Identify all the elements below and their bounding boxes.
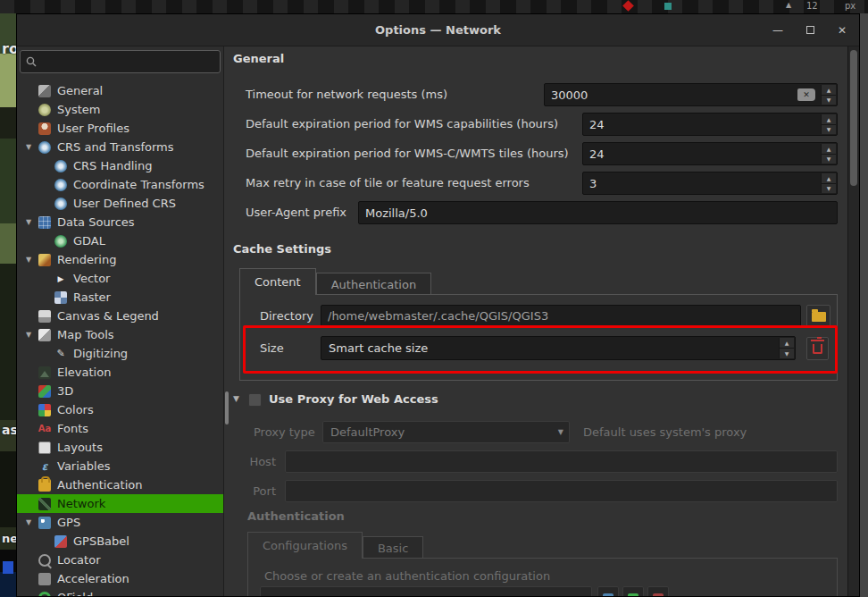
sidebar-item-raster[interactable]: Raster bbox=[17, 288, 223, 307]
sidebar-item-label: Data Sources bbox=[57, 215, 135, 229]
spinner-buttons[interactable] bbox=[821, 173, 836, 193]
sidebar-item-label: Variables bbox=[57, 459, 110, 473]
chevron-down-icon[interactable] bbox=[23, 513, 34, 532]
sidebar-item-digitizing[interactable]: ✎Digitizing bbox=[17, 344, 223, 363]
search-box[interactable] bbox=[20, 50, 221, 73]
spinner-buttons[interactable] bbox=[821, 144, 836, 164]
sidebar-item-label: GPSBabel bbox=[73, 534, 129, 548]
sidebar-item-qfield[interactable]: QField bbox=[17, 588, 223, 596]
user-agent-input[interactable] bbox=[359, 202, 837, 223]
sidebar-item-label: Locator bbox=[57, 553, 100, 567]
sidebar-item-label: CRS and Transforms bbox=[57, 140, 174, 154]
sidebar-item-3d[interactable]: 3D bbox=[17, 382, 223, 400]
wmts-expiry-field bbox=[582, 142, 838, 165]
chevron-down-icon[interactable] bbox=[23, 213, 34, 231]
spinner-buttons[interactable] bbox=[779, 338, 794, 358]
minimize-button[interactable]: — bbox=[772, 24, 784, 37]
clear-field-icon[interactable]: ✕ bbox=[797, 88, 815, 101]
sidebar-item-label: User Profiles bbox=[57, 122, 129, 135]
max-retry-input[interactable] bbox=[583, 172, 837, 194]
use-proxy-label[interactable]: Use Proxy for Web Access bbox=[269, 392, 438, 406]
cache-directory-input[interactable] bbox=[321, 306, 800, 326]
logo-fragment-icon bbox=[622, 0, 634, 12]
tab-content[interactable]: Content bbox=[239, 268, 316, 295]
sidebar-item-locator[interactable]: Locator bbox=[17, 551, 223, 569]
sidebar-item-label: CRS Handling bbox=[73, 159, 152, 172]
sidebar-item-gpsbabel[interactable]: GPSBabel bbox=[17, 532, 223, 551]
wms-expiry-field bbox=[582, 113, 838, 136]
wrench-icon bbox=[38, 85, 51, 97]
close-button[interactable]: ✕ bbox=[836, 24, 848, 37]
sidebar-item-general[interactable]: General bbox=[17, 81, 223, 100]
folder-icon bbox=[812, 312, 826, 322]
sidebar-item-label: Map Tools bbox=[57, 328, 114, 341]
sidebar-item-crs-handling[interactable]: CRS Handling bbox=[17, 156, 223, 175]
network-plug-icon bbox=[38, 498, 51, 510]
wms-expiry-input[interactable] bbox=[583, 114, 837, 135]
sidebar-item-data-sources[interactable]: Data Sources bbox=[17, 213, 223, 231]
auth-config-combo bbox=[260, 586, 592, 596]
edit-config-icon bbox=[628, 593, 638, 596]
sidebar-item-label: Coordinate Transforms bbox=[73, 178, 204, 191]
sidebar-item-vector[interactable]: ▶Vector bbox=[17, 269, 223, 288]
sidebar-item-colors[interactable]: Colors bbox=[17, 400, 223, 419]
section-header-general: General bbox=[233, 52, 284, 65]
satellite-icon bbox=[38, 517, 51, 529]
spinner-buttons[interactable] bbox=[821, 85, 836, 105]
sidebar-item-label: General bbox=[57, 84, 103, 97]
cache-size-value: Smart cache size bbox=[329, 337, 428, 359]
sidebar-item-user-defined-crs[interactable]: User Defined CRS bbox=[17, 194, 223, 213]
settings-content: General Timeout for network requests (ms… bbox=[224, 46, 847, 596]
sidebar-item-gps[interactable]: GPS bbox=[17, 513, 223, 532]
window-edge bbox=[860, 13, 868, 597]
auth-config-hint: Choose or create an authentication confi… bbox=[264, 565, 550, 587]
chevron-down-icon[interactable] bbox=[23, 325, 34, 344]
tab-authentication[interactable]: Authentication bbox=[316, 273, 431, 295]
cube-icon bbox=[38, 385, 51, 398]
table-icon bbox=[38, 216, 51, 229]
sidebar-item-network[interactable]: Network bbox=[17, 494, 223, 513]
sidebar-item-gdal[interactable]: GDAL bbox=[17, 231, 223, 250]
dialog-titlebar[interactable]: Options — Network — ✕ bbox=[17, 14, 859, 46]
sidebar-item-elevation[interactable]: Elevation bbox=[17, 363, 223, 382]
sidebar-item-coordinate-transforms[interactable]: Coordinate Transforms bbox=[17, 175, 223, 194]
sidebar-item-label: User Defined CRS bbox=[73, 197, 176, 210]
sidebar-item-label: GPS bbox=[57, 516, 80, 529]
scroll-indicator bbox=[225, 391, 229, 425]
sidebar-item-rendering[interactable]: Rendering bbox=[17, 250, 223, 269]
maximize-button[interactable] bbox=[804, 24, 816, 37]
sidebar-item-layouts[interactable]: Layouts bbox=[17, 438, 223, 457]
globe-icon bbox=[54, 160, 67, 172]
sidebar-item-user-profiles[interactable]: User Profiles bbox=[17, 119, 223, 138]
sidebar-item-acceleration[interactable]: Acceleration bbox=[17, 569, 223, 588]
chevron-down-icon[interactable] bbox=[23, 138, 34, 156]
sidebar-item-canvas-legend[interactable]: Canvas & Legend bbox=[17, 307, 223, 325]
chevron-down-icon[interactable] bbox=[23, 250, 34, 269]
spinner-buttons[interactable] bbox=[821, 114, 836, 134]
wmts-expiry-label: Default expiration period for WMS-C/WMTS… bbox=[246, 142, 569, 165]
pencil-icon: ✎ bbox=[54, 348, 67, 360]
sidebar-item-authentication[interactable]: Authentication bbox=[17, 475, 223, 494]
sidebar-item-crs-and-transforms[interactable]: CRS and Transforms bbox=[17, 138, 223, 156]
sidebar-item-fonts[interactable]: AaFonts bbox=[17, 419, 223, 438]
globe-icon bbox=[38, 141, 51, 154]
sidebar-item-system[interactable]: System bbox=[17, 100, 223, 119]
proxy-type-value: DefaultProxy bbox=[330, 422, 405, 442]
cache-size-combo[interactable]: Smart cache size bbox=[321, 336, 796, 360]
search-input[interactable] bbox=[41, 55, 214, 68]
map-canvas-edge: ro as ne bbox=[0, 13, 16, 597]
sidebar-item-map-tools[interactable]: Map Tools bbox=[17, 325, 223, 344]
scrollbar-thumb[interactable] bbox=[850, 50, 857, 186]
timeout-input[interactable] bbox=[545, 84, 837, 105]
use-proxy-checkbox[interactable] bbox=[248, 393, 262, 407]
sidebar-item-variables[interactable]: εVariables bbox=[17, 457, 223, 475]
dialog-scrollbar[interactable] bbox=[847, 46, 859, 596]
proxy-host-label: Host bbox=[224, 450, 276, 473]
collapse-arrow-icon[interactable] bbox=[233, 394, 239, 403]
browse-folder-button[interactable] bbox=[806, 305, 830, 328]
remove-config-icon bbox=[653, 593, 664, 596]
wmts-expiry-input[interactable] bbox=[583, 143, 837, 164]
dialog-title: Options — Network bbox=[375, 23, 501, 37]
cache-tabbar: Content Authentication bbox=[239, 268, 431, 295]
clear-cache-button[interactable] bbox=[806, 337, 829, 360]
